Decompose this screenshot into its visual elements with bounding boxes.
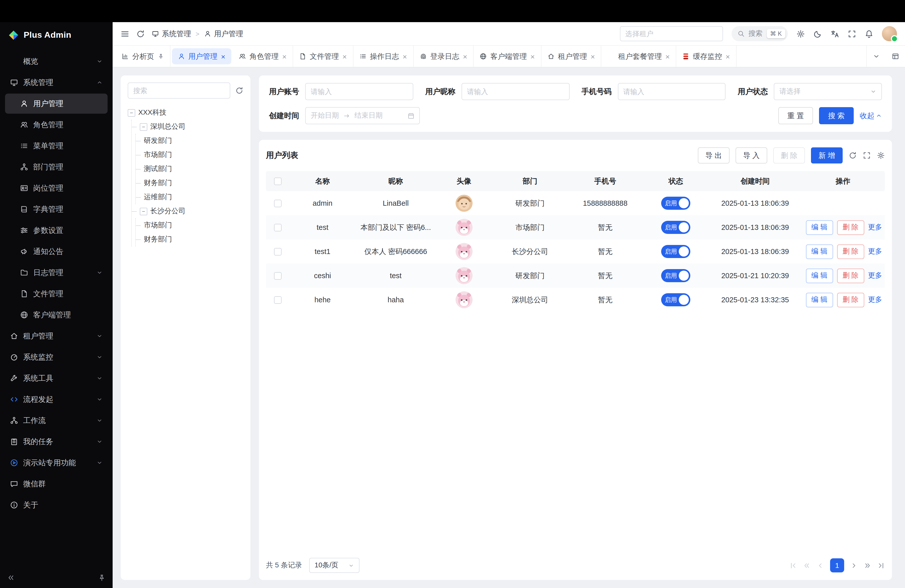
tree-node[interactable]: 运维部门: [136, 190, 243, 204]
sidebar-item-wechat-group[interactable]: 微信群: [5, 474, 108, 494]
row-checkbox[interactable]: [274, 248, 281, 256]
tabs-layout-button[interactable]: [886, 46, 905, 67]
sidebar-item-overview[interactable]: 概览: [5, 51, 108, 72]
phone-number-input[interactable]: [618, 83, 726, 100]
delete-row-button[interactable]: 删 除: [837, 244, 864, 259]
user-account-input[interactable]: [305, 83, 413, 100]
status-toggle[interactable]: 启用: [661, 269, 691, 282]
close-tab-icon[interactable]: ×: [591, 52, 595, 60]
next-page-button[interactable]: [850, 562, 858, 569]
tab-tenant-management[interactable]: 租户管理×: [541, 46, 602, 67]
tree-expander-icon[interactable]: −: [140, 208, 147, 215]
tab-analysis[interactable]: 分析页: [116, 46, 170, 67]
more-button[interactable]: 更多: [868, 271, 882, 279]
edit-button[interactable]: 编 辑: [806, 269, 833, 283]
hamburger-menu-icon[interactable]: [121, 29, 129, 38]
row-checkbox[interactable]: [274, 297, 281, 304]
tab-login-log[interactable]: 登录日志×: [414, 46, 474, 67]
language-icon[interactable]: [830, 29, 839, 38]
delete-row-button[interactable]: 删 除: [837, 292, 864, 307]
breadcrumb-item-user-management[interactable]: 用户管理: [204, 29, 243, 38]
delete-row-button[interactable]: 删 除: [837, 269, 864, 283]
close-tab-icon[interactable]: ×: [530, 52, 535, 60]
table-refresh-button[interactable]: [849, 151, 857, 159]
tab-user-management[interactable]: 用户管理×: [172, 48, 232, 64]
tree-expander-icon[interactable]: −: [128, 109, 135, 116]
tab-tenant-package-management[interactable]: 租户套餐管理×: [602, 46, 676, 67]
close-tab-icon[interactable]: ×: [403, 52, 407, 60]
edit-button[interactable]: 编 辑: [806, 220, 833, 235]
page-size-select[interactable]: 10条/页: [309, 558, 359, 573]
pin-sidebar-icon[interactable]: [98, 574, 106, 581]
status-toggle[interactable]: 启用: [661, 197, 691, 210]
tree-refresh-button[interactable]: [235, 86, 243, 95]
tab-role-management[interactable]: 角色管理×: [233, 46, 294, 67]
delete-button[interactable]: 删 除: [773, 147, 805, 164]
tab-client-management[interactable]: 客户端管理×: [474, 46, 541, 67]
delete-row-button[interactable]: 删 除: [837, 220, 864, 235]
tree-node[interactable]: −长沙分公司: [132, 204, 243, 218]
sidebar-item-notice[interactable]: 通知公告: [5, 242, 108, 262]
first-page-button[interactable]: [789, 562, 797, 569]
tree-search-input[interactable]: [128, 83, 230, 99]
tree-node[interactable]: 测试部门: [136, 162, 243, 176]
select-all-checkbox[interactable]: [274, 178, 281, 185]
user-avatar[interactable]: [882, 26, 897, 41]
sidebar-item-dept-management[interactable]: 部门管理: [5, 157, 108, 177]
date-range-picker[interactable]: 开始日期 结束日期: [305, 107, 420, 124]
tree-node[interactable]: 市场部门: [136, 218, 243, 232]
tree-expander-icon[interactable]: −: [140, 123, 147, 130]
sidebar-item-post-management[interactable]: 岗位管理: [5, 178, 108, 198]
sidebar-item-about[interactable]: 关于: [5, 495, 108, 515]
tree-node[interactable]: 财务部门: [136, 176, 243, 190]
sidebar-item-workflow[interactable]: 工作流: [5, 410, 108, 431]
sidebar-item-file-management[interactable]: 文件管理: [5, 284, 108, 304]
tab-cache-monitor[interactable]: 缓存监控×: [676, 46, 737, 67]
tree-node[interactable]: 财务部门: [136, 232, 243, 246]
tree-node[interactable]: 市场部门: [136, 148, 243, 162]
row-checkbox[interactable]: [274, 224, 281, 232]
reset-button[interactable]: 重 置: [778, 107, 813, 124]
export-button[interactable]: 导 出: [698, 147, 730, 164]
bell-icon[interactable]: [865, 29, 873, 38]
more-button[interactable]: 更多: [868, 247, 882, 255]
search-button[interactable]: 搜 索: [819, 107, 854, 124]
user-nickname-input[interactable]: [462, 83, 570, 100]
status-toggle[interactable]: 启用: [661, 221, 691, 234]
user-status-select[interactable]: 请选择: [774, 83, 882, 100]
sidebar-item-tenant-management[interactable]: 租户管理: [5, 326, 108, 346]
sidebar-item-user-management[interactable]: 用户管理: [5, 94, 108, 114]
more-button[interactable]: 更多: [868, 223, 882, 231]
close-tab-icon[interactable]: ×: [726, 52, 730, 60]
sidebar-item-dict-management[interactable]: 字典管理: [5, 199, 108, 219]
sidebar-item-log-management[interactable]: 日志管理: [5, 262, 108, 283]
sidebar-item-client-management[interactable]: 客户端管理: [5, 305, 108, 325]
refresh-page-icon[interactable]: [136, 29, 145, 38]
collapse-sidebar-icon[interactable]: [7, 574, 14, 581]
prev-page-button[interactable]: [816, 562, 824, 569]
global-search-button[interactable]: 搜索 ⌘ K: [731, 26, 788, 41]
breadcrumb-item-system-management[interactable]: 系统管理: [152, 29, 191, 38]
close-tab-icon[interactable]: ×: [221, 52, 225, 60]
close-tab-icon[interactable]: ×: [665, 52, 670, 60]
collapse-filters-link[interactable]: 收起: [860, 111, 882, 121]
pin-icon[interactable]: [158, 53, 164, 59]
sidebar-item-menu-management[interactable]: 菜单管理: [5, 136, 108, 156]
sidebar-item-demo-features[interactable]: 演示站专用功能: [5, 453, 108, 473]
status-toggle[interactable]: 启用: [661, 293, 691, 306]
add-button[interactable]: 新 增: [811, 147, 843, 164]
import-button[interactable]: 导 入: [735, 147, 767, 164]
sidebar-item-system-management[interactable]: 系统管理: [5, 72, 108, 92]
dark-mode-moon-icon[interactable]: [813, 29, 822, 38]
sidebar-item-my-tasks[interactable]: 我的任务: [5, 432, 108, 452]
table-fullscreen-button[interactable]: [863, 151, 871, 159]
close-tab-icon[interactable]: ×: [282, 52, 287, 60]
status-toggle[interactable]: 启用: [661, 245, 691, 258]
last-page-button[interactable]: [877, 562, 885, 569]
close-tab-icon[interactable]: ×: [463, 52, 467, 60]
tree-node[interactable]: 研发部门: [136, 134, 243, 148]
more-button[interactable]: 更多: [868, 295, 882, 303]
tabs-dropdown-button[interactable]: [867, 46, 886, 67]
close-tab-icon[interactable]: ×: [342, 52, 347, 60]
fullscreen-icon[interactable]: [848, 29, 856, 38]
